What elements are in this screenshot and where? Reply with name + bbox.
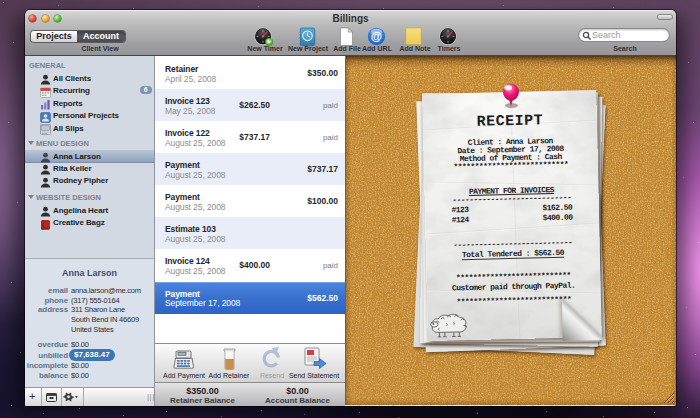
svg-text:@: @ bbox=[371, 29, 382, 42]
